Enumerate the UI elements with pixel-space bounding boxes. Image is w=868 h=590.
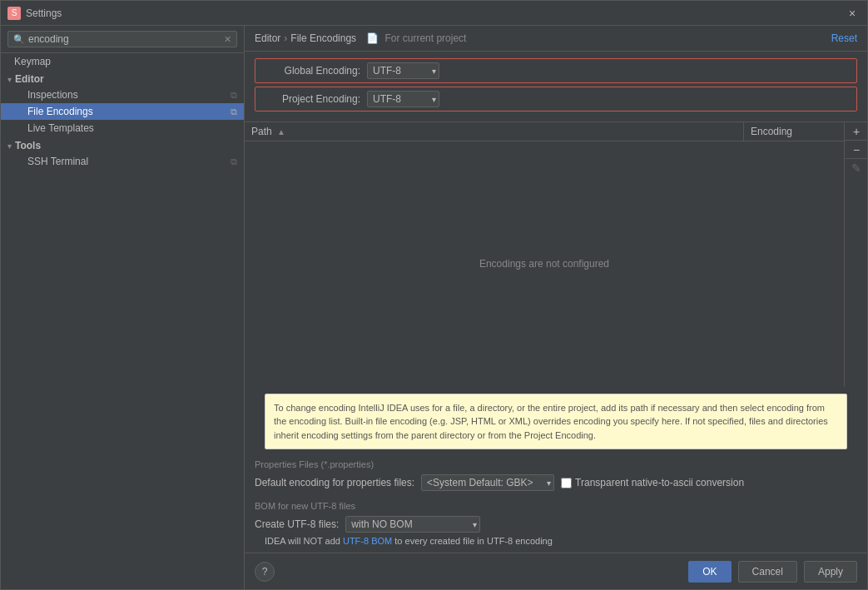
project-encoding-select-wrap: UTF-8 UTF-16 ISO-8859-1 GBK [367, 91, 439, 107]
add-encoding-button[interactable]: + [845, 122, 867, 141]
main-content: 🔍 ✕ Keymap ▾ Editor Inspections ⧉ File E… [1, 26, 867, 589]
sidebar-label-inspections: Inspections [27, 89, 78, 101]
settings-dialog: S Settings × 🔍 ✕ Keymap ▾ Editor Ins [0, 0, 868, 590]
project-encoding-label: Project Encoding: [260, 93, 360, 105]
sidebar-item-ssh-terminal[interactable]: SSH Terminal ⧉ [1, 153, 244, 170]
cancel-button[interactable]: Cancel [738, 561, 797, 583]
chevron-down-icon: ▾ [7, 75, 12, 84]
help-button[interactable]: ? [255, 562, 275, 582]
sort-arrow-icon: ▲ [277, 127, 285, 136]
breadcrumb-parent: Editor [255, 32, 280, 44]
breadcrumb-project-note: 📄 For current project [366, 32, 466, 44]
ok-button[interactable]: OK [688, 561, 731, 583]
sidebar-group-tools[interactable]: ▾ Tools [1, 136, 244, 153]
close-button[interactable]: × [844, 5, 861, 22]
sidebar-group-label-editor: Editor [15, 73, 44, 85]
default-encoding-label: Default encoding for properties files: [255, 477, 414, 488]
transparent-conversion-checkbox[interactable] [561, 478, 572, 488]
bom-create-label: Create UTF-8 files: [255, 518, 339, 530]
reset-link[interactable]: Reset [831, 32, 857, 44]
empty-message: Encodings are not configured [479, 258, 609, 270]
bottom-bar: ? OK Cancel Apply [245, 553, 867, 589]
properties-section: Properties Files (*.properties) Default … [245, 459, 867, 501]
search-wrap: 🔍 ✕ [7, 31, 237, 47]
dialog-title: Settings [26, 7, 844, 19]
apply-button[interactable]: Apply [804, 561, 857, 583]
info-box: To change encoding IntelliJ IDEA uses fo… [265, 394, 847, 450]
bom-note-prefix: IDEA will NOT add [265, 536, 343, 546]
sidebar-label-ssh: SSH Terminal [27, 156, 88, 167]
bom-section: BOM for new UTF-8 files Create UTF-8 fil… [245, 501, 867, 553]
sidebar-group-editor[interactable]: ▾ Editor [1, 70, 244, 87]
project-encoding-row: Project Encoding: UTF-8 UTF-16 ISO-8859-… [255, 87, 857, 112]
bom-note-suffix: to every created file in UTF-8 encoding [394, 536, 553, 546]
copy-icon-ssh: ⧉ [231, 156, 237, 167]
global-encoding-select[interactable]: UTF-8 UTF-16 ISO-8859-1 GBK [367, 62, 439, 79]
sidebar-item-file-encodings[interactable]: File Encodings ⧉ [1, 103, 244, 120]
bom-note-row: IDEA will NOT add UTF-8 BOM to every cre… [265, 536, 857, 546]
default-encoding-properties-select[interactable]: <System Default: GBK> UTF-8 UTF-16 [421, 474, 554, 491]
sidebar-item-inspections[interactable]: Inspections ⧉ [1, 87, 244, 103]
table-body: Encodings are not configured [245, 141, 844, 387]
bom-note-link[interactable]: UTF-8 BOM [343, 536, 392, 546]
transparent-conversion-label: Transparent native-to-ascii conversion [575, 477, 744, 488]
table-header: Path ▲ Encoding [245, 122, 844, 141]
encoding-table-area: Path ▲ Encoding Encodings are not config… [245, 122, 867, 387]
sidebar-group-label-tools: Tools [15, 140, 41, 151]
search-icon: 🔍 [13, 34, 25, 45]
properties-encoding-row: Default encoding for properties files: <… [255, 474, 857, 491]
sidebar-label-keymap: Keymap [14, 56, 51, 67]
transparent-conversion-wrap: Transparent native-to-ascii conversion [561, 477, 744, 488]
bom-select-wrap: with NO BOM with BOM [345, 516, 480, 533]
app-icon: S [7, 7, 21, 20]
content-area: Editor › File Encodings 📄 For current pr… [245, 26, 867, 589]
search-clear-icon[interactable]: ✕ [224, 34, 231, 45]
project-icon: 📄 [366, 32, 379, 44]
remove-encoding-button[interactable]: − [845, 141, 867, 159]
edit-encoding-button[interactable]: ✎ [845, 159, 867, 177]
global-encoding-label: Global Encoding: [260, 65, 360, 77]
breadcrumb: Editor › File Encodings 📄 For current pr… [245, 26, 867, 52]
chevron-down-icon-tools: ▾ [7, 141, 12, 151]
bom-create-row: Create UTF-8 files: with NO BOM with BOM [255, 516, 857, 533]
project-encoding-select[interactable]: UTF-8 UTF-16 ISO-8859-1 GBK [367, 91, 439, 107]
copy-icon-active: ⧉ [231, 107, 237, 117]
title-bar: S Settings × [1, 1, 867, 26]
table-col-path-header: Path ▲ [245, 122, 744, 141]
sidebar-item-keymap[interactable]: Keymap [1, 53, 244, 70]
sidebar: 🔍 ✕ Keymap ▾ Editor Inspections ⧉ File E… [1, 26, 245, 589]
default-encoding-select-wrap: <System Default: GBK> UTF-8 UTF-16 [421, 474, 554, 491]
table-side-buttons: + − ✎ [844, 122, 867, 387]
search-input[interactable] [28, 33, 224, 45]
copy-icon: ⧉ [231, 90, 237, 101]
sidebar-item-live-templates[interactable]: Live Templates [1, 120, 244, 136]
sidebar-label-live-templates: Live Templates [27, 122, 94, 134]
sidebar-label-file-encodings: File Encodings [27, 106, 93, 117]
search-bar: 🔍 ✕ [1, 26, 244, 53]
properties-section-title: Properties Files (*.properties) [255, 459, 857, 469]
breadcrumb-separator: › [284, 32, 287, 44]
bom-create-select[interactable]: with NO BOM with BOM [345, 516, 480, 533]
info-area: To change encoding IntelliJ IDEA uses fo… [245, 387, 867, 460]
table-col-encoding-header: Encoding [744, 122, 844, 141]
breadcrumb-current: File Encodings [290, 32, 356, 44]
table-main: Path ▲ Encoding Encodings are not config… [245, 122, 844, 387]
bom-section-title: BOM for new UTF-8 files [255, 501, 857, 511]
encoding-options: Global Encoding: UTF-8 UTF-16 ISO-8859-1… [245, 52, 867, 122]
global-encoding-row: Global Encoding: UTF-8 UTF-16 ISO-8859-1… [255, 58, 857, 83]
info-text: To change encoding IntelliJ IDEA uses fo… [274, 403, 828, 440]
global-encoding-select-wrap: UTF-8 UTF-16 ISO-8859-1 GBK [367, 62, 439, 79]
